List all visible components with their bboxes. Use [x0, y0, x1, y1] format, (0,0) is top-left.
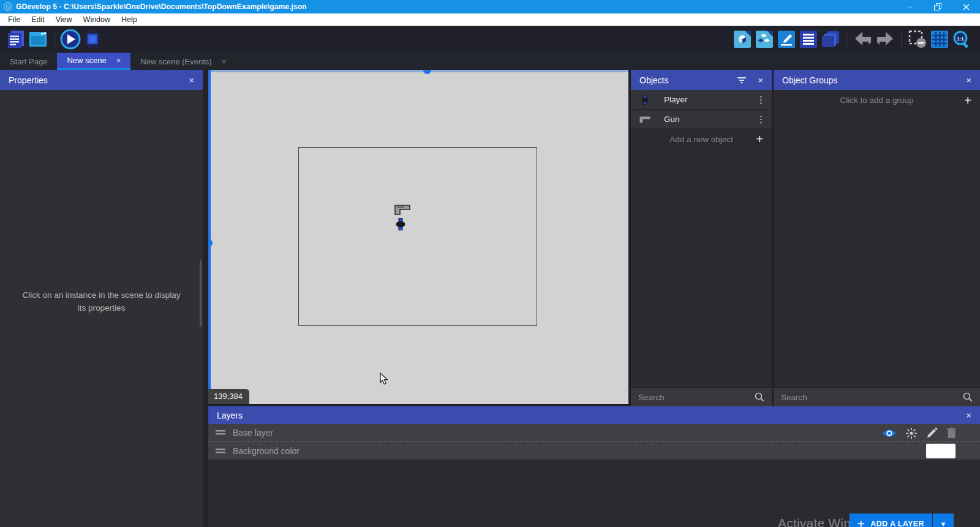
redo-button[interactable]	[874, 28, 896, 50]
open-scene-button[interactable]	[27, 28, 49, 50]
properties-scrollbar[interactable]	[200, 260, 202, 327]
background-color-swatch[interactable]	[926, 444, 956, 458]
player-sprite-icon	[396, 218, 405, 230]
objects-panel-title: Objects	[639, 75, 668, 85]
window-title: GDevelop 5 - C:\Users\Sparkle\OneDrive\D…	[16, 2, 307, 11]
minimize-button[interactable]: –	[895, 0, 924, 13]
delete-layer-trash-icon[interactable]	[946, 427, 957, 439]
menu-file[interactable]: File	[2, 13, 26, 26]
debug-button[interactable]	[81, 28, 104, 50]
toggle-grid-button[interactable]	[929, 28, 951, 50]
tab-label: Start Page	[10, 57, 47, 66]
tab-label: New scene (Events)	[140, 57, 211, 66]
menu-view[interactable]: View	[50, 13, 78, 26]
menu-bar: File Edit View Window Help	[0, 13, 980, 26]
gdevelop-window: G GDevelop 5 - C:\Users\Sparkle\OneDrive…	[0, 0, 980, 527]
open-layers-editor-button[interactable]	[820, 28, 842, 50]
filter-icon[interactable]	[737, 77, 747, 84]
scene-editor-canvas[interactable]: 139;384	[208, 70, 628, 404]
objects-panel-header: Objects ×	[631, 70, 772, 90]
properties-panel-body: Click on an instance in the scene to dis…	[0, 90, 203, 527]
menu-edit[interactable]: Edit	[26, 13, 50, 26]
open-objects-editor-button[interactable]	[731, 28, 753, 50]
properties-panel: Properties × Click on an instance in the…	[0, 70, 203, 527]
deselect-all-button[interactable]	[907, 28, 929, 50]
editor-tab-bar: Start Page New scene × New scene (Events…	[0, 53, 980, 70]
mouse-cursor-icon	[380, 373, 389, 388]
tab-new-scene[interactable]: New scene ×	[57, 53, 130, 70]
close-layers-icon[interactable]: ×	[966, 410, 971, 420]
open-properties-button[interactable]	[775, 28, 797, 50]
play-icon	[60, 29, 81, 50]
panel-resize-edge-left[interactable]	[208, 70, 211, 404]
zoom-reset-button[interactable]: 1:1	[951, 28, 973, 50]
object-menu-kebab-icon[interactable]: ⋮	[756, 115, 766, 124]
game-window-bounds	[298, 147, 537, 326]
add-new-object-button[interactable]: Add a new object +	[631, 129, 772, 149]
object-groups-search-bar	[774, 387, 980, 406]
close-objects-icon[interactable]: ×	[758, 75, 763, 85]
window-controls: –	[895, 0, 980, 13]
properties-panel-header: Properties ×	[0, 70, 203, 90]
project-manager-button[interactable]	[5, 28, 27, 50]
object-row-player[interactable]: Player ⋮	[631, 90, 772, 110]
player-sprite-icon	[637, 95, 653, 105]
grid-icon	[931, 31, 948, 48]
properties-panel-title: Properties	[9, 75, 48, 85]
object-groups-icon	[756, 31, 773, 48]
plus-icon: +	[964, 94, 971, 107]
add-object-label: Add a new object	[638, 135, 764, 144]
close-window-button[interactable]	[952, 0, 980, 13]
drag-handle-icon[interactable]	[216, 430, 225, 435]
gun-sprite-icon	[637, 115, 653, 124]
object-menu-kebab-icon[interactable]: ⋮	[756, 95, 766, 104]
open-instances-list-button[interactable]	[797, 28, 820, 50]
close-object-groups-icon[interactable]: ×	[966, 75, 971, 85]
layers-panel-footer: Activate Windows Go to Settings to activ…	[208, 460, 980, 527]
objects-search-bar	[631, 387, 772, 406]
zoom-1to1-icon: 1:1	[952, 30, 971, 48]
title-bar: G GDevelop 5 - C:\Users\Sparkle\OneDrive…	[0, 0, 980, 13]
layers-list: Base layer Background color	[208, 424, 980, 460]
layers-panel-title: Layers	[217, 411, 243, 420]
layer-row-background-color[interactable]: Background color	[208, 442, 980, 460]
gun-instance[interactable]	[394, 204, 410, 218]
object-row-gun[interactable]: Gun ⋮	[631, 110, 772, 129]
undo-button[interactable]	[852, 28, 874, 50]
open-object-groups-button[interactable]	[753, 28, 775, 50]
layer-row-base[interactable]: Base layer	[208, 424, 980, 442]
panel-resize-handle-icon[interactable]	[208, 239, 213, 247]
object-groups-panel: Object Groups × Click to add a group +	[774, 70, 980, 406]
menu-window[interactable]: Window	[78, 13, 116, 26]
instances-list-icon	[800, 31, 817, 48]
drag-handle-icon[interactable]	[216, 449, 225, 453]
menu-help[interactable]: Help	[116, 13, 143, 26]
visibility-eye-icon[interactable]	[882, 428, 897, 438]
tab-start-page[interactable]: Start Page	[0, 53, 57, 70]
tab-new-scene-events[interactable]: New scene (Events) ×	[130, 53, 236, 70]
add-a-layer-button[interactable]: + ADD A LAYER ▼	[850, 514, 954, 527]
tab-close-icon[interactable]: ×	[116, 56, 121, 65]
add-layer-label: ADD A LAYER	[870, 520, 924, 527]
main-toolbar: 1:1	[0, 26, 980, 53]
objects-search-input[interactable]	[638, 393, 755, 402]
restore-button[interactable]	[924, 0, 952, 13]
play-button[interactable]	[59, 28, 81, 50]
panel-divider[interactable]	[203, 70, 208, 527]
tab-close-icon[interactable]: ×	[222, 57, 227, 66]
object-groups-search-input[interactable]	[781, 393, 963, 402]
add-layer-dropdown-caret-icon[interactable]: ▼	[933, 514, 954, 527]
plus-icon: +	[858, 517, 865, 527]
layers-editor-icon	[821, 31, 840, 48]
panel-resize-handle-icon[interactable]	[423, 70, 431, 74]
player-instance[interactable]	[396, 218, 405, 233]
object-name: Player	[664, 95, 687, 104]
scene-editor-icon	[29, 31, 47, 48]
layer-effects-icon[interactable]	[905, 427, 918, 439]
add-group-button[interactable]: Click to add a group +	[774, 90, 980, 110]
edit-layer-pencil-icon[interactable]	[926, 427, 938, 439]
close-properties-icon[interactable]: ×	[189, 75, 194, 85]
panel-resize-edge-top[interactable]	[208, 70, 628, 72]
project-manager-icon	[7, 30, 25, 48]
svg-text:1:1: 1:1	[957, 36, 964, 42]
